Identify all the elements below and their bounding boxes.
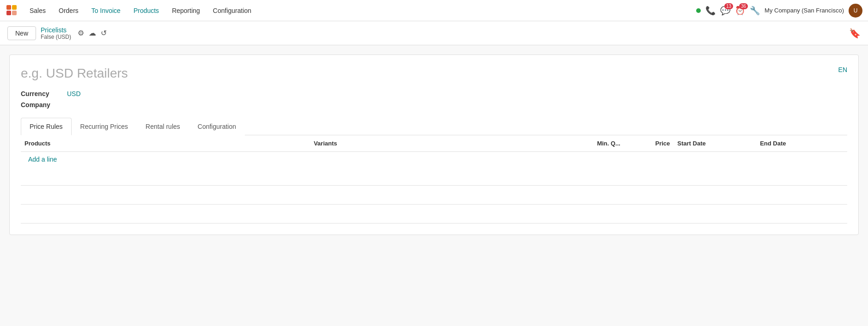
svg-rect-2 [6,11,11,15]
nav-configuration[interactable]: Configuration [207,4,257,17]
currency-value[interactable]: USD [67,90,81,97]
nav-products[interactable]: Products [128,4,164,17]
bookmark-icon[interactable]: 🔖 [849,28,861,38]
nav-to-invoice[interactable]: To Invoice [86,4,126,17]
bookmark-area: 🔖 [849,28,861,39]
breadcrumb-title[interactable]: Pricelists [41,26,71,34]
svg-rect-3 [12,11,17,15]
messages-badge: 13 [724,3,733,9]
tab-rental-rules[interactable]: Rental rules [137,118,189,135]
currency-label: Currency [21,90,67,97]
col-variants: Variants [310,135,558,152]
svg-rect-1 [12,5,17,10]
company-name[interactable]: My Company (San Francisco) [765,7,844,14]
col-end-date: End Date [756,135,847,152]
col-start-date: Start Date [674,135,756,152]
nav-sales[interactable]: Sales [24,4,51,17]
company-label: Company [21,101,67,109]
reset-icon[interactable]: ↺ [101,29,107,37]
company-row: Company [21,101,847,109]
status-indicator [696,8,701,13]
nav-orders[interactable]: Orders [53,4,84,17]
currency-row: Currency USD [21,90,847,97]
upload-cloud-icon[interactable]: ☁ [89,29,96,37]
form-title-placeholder[interactable]: e.g. USD Retailers [21,66,847,81]
new-button[interactable]: New [7,26,36,40]
nav-reporting[interactable]: Reporting [166,4,206,17]
price-rules-panel: Products Variants Min. Q... Price Start … [21,135,847,185]
main-content: EN e.g. USD Retailers Currency USD Compa… [9,54,859,235]
messages-icon-wrap[interactable]: 💬 13 [720,6,730,16]
settings-icon-wrap[interactable]: 🔧 [750,6,760,16]
tab-price-rules[interactable]: Price Rules [21,118,72,135]
tab-configuration[interactable]: Configuration [189,118,245,135]
tabs-bar: Price Rules Recurring Prices Rental rule… [21,118,847,135]
settings-gear-icon[interactable]: ⚙ [78,29,84,37]
svg-rect-0 [6,5,11,10]
toolbar-icons: ⚙ ☁ ↺ [78,29,107,37]
col-products: Products [21,135,310,152]
phone-icon-wrap[interactable]: 📞 [705,6,716,16]
activity-badge: 36 [739,3,748,9]
language-badge[interactable]: EN [838,66,847,73]
subtoolbar: New Pricelists False (USD) ⚙ ☁ ↺ 🔖 [0,21,868,45]
top-navigation: Sales Orders To Invoice Products Reporti… [0,0,868,21]
col-price: Price [624,135,674,152]
app-logo[interactable] [6,4,18,17]
col-min-qty: Min. Q... [558,135,624,152]
user-avatar[interactable]: U [849,4,862,18]
topnav-right: 📞 💬 13 ⏰ 36 🔧 My Company (San Francisco)… [696,4,862,18]
price-rules-table: Products Variants Min. Q... Price Start … [21,135,847,185]
form-fields: Currency USD Company [21,90,847,109]
tab-recurring-prices[interactable]: Recurring Prices [72,118,137,135]
add-line-button[interactable]: Add a line [24,152,61,167]
activity-icon-wrap[interactable]: ⏰ 36 [735,6,745,16]
breadcrumb-sub: False (USD) [41,34,71,40]
breadcrumb-section: Pricelists False (USD) [41,26,71,40]
